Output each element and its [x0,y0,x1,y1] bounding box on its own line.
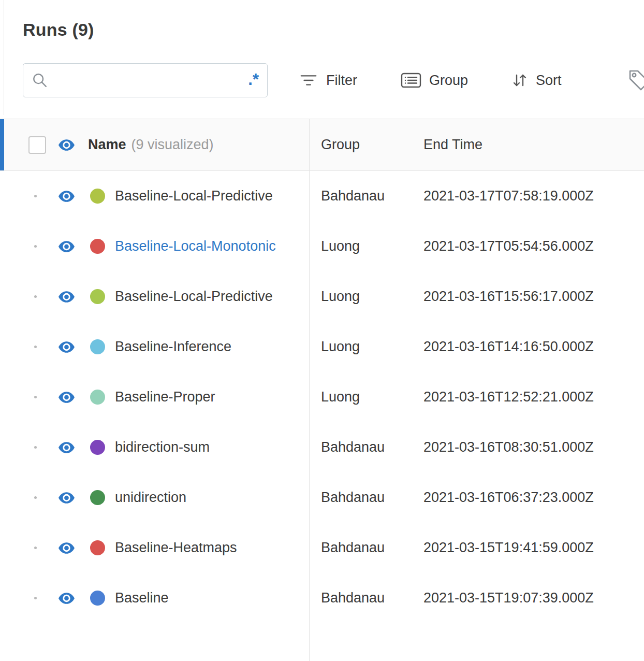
tag-icon [627,68,644,92]
search-icon [32,72,48,89]
run-color-dot[interactable] [90,339,105,354]
header-accent-bar [0,119,4,170]
drag-handle[interactable] [34,295,37,298]
run-group: Luong [309,289,412,305]
visualized-count: (9 visualized) [131,137,214,153]
run-end-time: 2021-03-16T12:52:21.000Z [412,389,644,405]
sort-button[interactable]: Sort [511,73,562,89]
runs-table: Name (9 visualized) Group End Time Basel… [0,119,644,623]
run-name[interactable]: unidirection [115,490,186,506]
controls-row: .* Filter Group [23,62,644,98]
run-color-dot[interactable] [90,490,105,505]
run-name-cell: bidirection-sum [0,439,309,455]
run-name-cell: Baseline-Local-Predictive [0,188,309,204]
run-name[interactable]: Baseline-Inference [115,339,231,355]
drag-handle[interactable] [34,245,37,248]
run-end-time: 2021-03-16T15:56:17.000Z [412,289,644,305]
run-name[interactable]: Baseline [115,590,169,606]
filter-button[interactable]: Filter [299,73,357,89]
column-group-label: Group [309,137,412,153]
run-group: Bahdanau [309,590,412,606]
run-name[interactable]: Baseline-Proper [115,389,215,405]
run-end-time: 2021-03-17T07:58:19.000Z [412,188,644,204]
run-color-dot[interactable] [90,239,105,254]
drag-handle[interactable] [34,346,37,348]
visibility-eye-icon[interactable] [58,442,75,453]
run-name-cell: Baseline-Proper [0,389,309,405]
drag-handle[interactable] [34,396,37,398]
visibility-eye-icon[interactable] [58,191,75,202]
table-row: unidirection Bahdanau 2021-03-16T06:37:2… [0,472,644,523]
filter-icon [299,73,318,88]
run-color-dot[interactable] [90,390,105,405]
run-color-dot[interactable] [90,440,105,455]
drag-handle[interactable] [34,547,37,549]
run-group: Luong [309,389,412,405]
run-name-cell: Baseline-Local-Predictive [0,289,309,305]
run-group: Bahdanau [309,540,412,556]
runs-panel: Runs (9) .* Filter [0,0,644,661]
visibility-eye-icon[interactable] [58,492,75,504]
run-color-dot[interactable] [90,189,105,204]
run-end-time: 2021-03-15T19:41:59.000Z [412,540,644,556]
run-name-cell: unidirection [0,490,309,506]
run-group: Luong [309,238,412,254]
run-color-dot[interactable] [90,289,105,304]
group-button[interactable]: Group [401,72,468,89]
run-name[interactable]: Baseline-Local-Predictive [115,289,273,305]
top-section: Runs (9) .* Filter [0,0,644,119]
search-box[interactable]: .* [23,63,268,97]
search-input[interactable] [52,72,248,89]
visibility-eye-icon[interactable] [58,593,75,604]
run-end-time: 2021-03-16T14:16:50.000Z [412,339,644,355]
drag-handle[interactable] [34,496,37,499]
drag-handle[interactable] [34,195,37,197]
page-title: Runs (9) [0,0,644,40]
run-group: Luong [309,339,412,355]
run-group: Bahdanau [309,188,412,204]
sort-icon [511,73,528,88]
run-end-time: 2021-03-15T19:07:39.000Z [412,590,644,606]
run-name[interactable]: Baseline-Heatmaps [115,540,237,556]
table-row: Baseline-Local-Predictive Bahdanau 2021-… [0,171,644,221]
toggle-all-visibility-eye-icon[interactable] [58,139,75,151]
run-name-cell: Baseline-Inference [0,339,309,355]
tag-button[interactable] [627,68,644,92]
column-divider [309,119,310,661]
run-name[interactable]: bidirection-sum [115,439,210,455]
drag-handle[interactable] [34,446,37,449]
run-name[interactable]: Baseline-Local-Predictive [115,188,273,204]
select-all-checkbox[interactable] [28,136,46,154]
run-end-time: 2021-03-17T05:54:56.000Z [412,238,644,254]
visibility-eye-icon[interactable] [58,291,75,303]
regex-toggle-icon[interactable]: .* [248,71,259,88]
sort-label: Sort [536,73,562,89]
visibility-eye-icon[interactable] [58,392,75,403]
run-color-dot[interactable] [90,540,105,555]
run-color-dot[interactable] [90,591,105,606]
visibility-eye-icon[interactable] [58,241,75,252]
run-name-cell: Baseline-Heatmaps [0,540,309,556]
table-row: Baseline-Heatmaps Bahdanau 2021-03-15T19… [0,523,644,573]
drag-handle[interactable] [34,597,37,599]
run-name-cell: Baseline-Local-Monotonic [0,238,309,254]
column-name-label: Name [88,137,126,153]
header-name-col: Name (9 visualized) [0,136,309,154]
table-header: Name (9 visualized) Group End Time [0,119,644,171]
visibility-eye-icon[interactable] [58,341,75,353]
table-row: Baseline-Local-Monotonic Luong 2021-03-1… [0,221,644,271]
table-row: Baseline-Proper Luong 2021-03-16T12:52:2… [0,372,644,422]
run-end-time: 2021-03-16T08:30:51.000Z [412,439,644,455]
run-group: Bahdanau [309,439,412,455]
runs-table-body: Baseline-Local-Predictive Bahdanau 2021-… [0,171,644,623]
table-row: Baseline-Inference Luong 2021-03-16T14:1… [0,322,644,372]
run-name[interactable]: Baseline-Local-Monotonic [115,238,276,254]
filter-label: Filter [326,73,357,89]
group-icon [401,72,421,89]
table-row: Baseline-Local-Predictive Luong 2021-03-… [0,271,644,322]
column-endtime-label: End Time [412,137,644,153]
visibility-eye-icon[interactable] [58,542,75,554]
run-group: Bahdanau [309,490,412,506]
table-row: Baseline Bahdanau 2021-03-15T19:07:39.00… [0,573,644,623]
run-end-time: 2021-03-16T06:37:23.000Z [412,490,644,506]
